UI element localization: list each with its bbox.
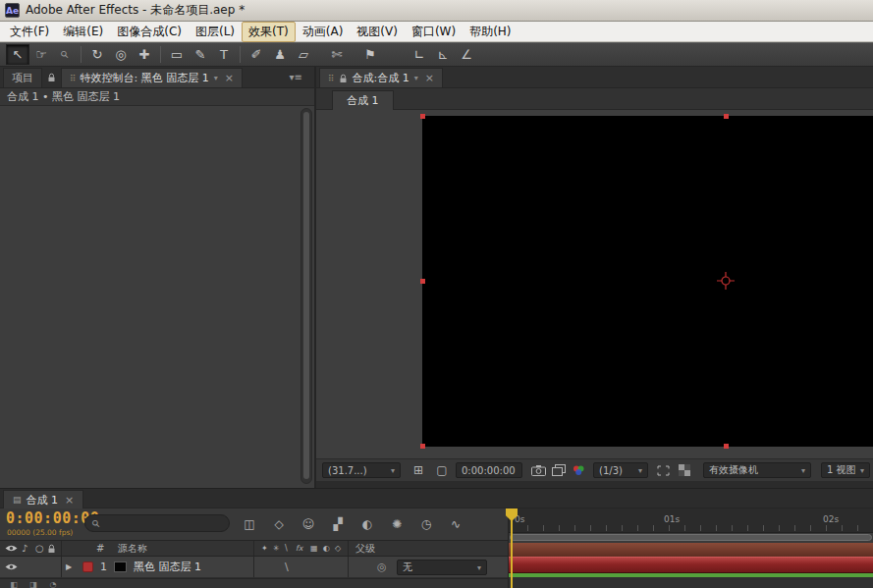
take-snapshot-button[interactable] (528, 462, 548, 478)
close-icon[interactable]: × (65, 494, 74, 507)
view-axis-mode-button[interactable]: ∠ (455, 44, 478, 65)
solid-color-thumb (114, 561, 127, 572)
expand-transfer-controls-button[interactable]: ◨ (26, 580, 41, 588)
layer-quality-toggle[interactable]: \ (285, 557, 289, 577)
type-tool[interactable]: T (212, 44, 236, 65)
layer-duration-bar[interactable] (509, 557, 873, 573)
titlebar[interactable]: Ae Adobe After Effects - 未命名项目.aep * (0, 0, 873, 22)
tab-effect-controls[interactable]: ⠿ 特效控制台: 黑色 固态层 1 ▾ × (61, 68, 243, 87)
hide-shy-layers-button[interactable]: ☺ (298, 515, 319, 533)
show-channels-button[interactable] (570, 462, 587, 478)
menu-layer[interactable]: 图层(L) (189, 22, 242, 42)
magnification-dropdown[interactable]: (31.7...) ▾ (322, 462, 401, 478)
menu-help[interactable]: 帮助(H) (463, 22, 518, 42)
menu-window[interactable]: 窗口(W) (405, 22, 463, 42)
composition-canvas[interactable] (422, 116, 873, 447)
hand-tool[interactable]: ☞ (29, 44, 53, 65)
effect-controls-breadcrumb: 合成 1 • 黑色 固态层 1 (0, 88, 314, 106)
viewer-timecode-field[interactable]: 0:00:00:00 (456, 462, 522, 478)
comp-handle-middle-left[interactable] (420, 279, 425, 284)
timeline-column-headers: ♪ ○ # 源名称 ✦ ✳ \ fx ▦ ◐ ◇ 父级 (0, 540, 508, 557)
draft-3d-icon: ◇ (274, 517, 283, 531)
comp-handle-bottom-left[interactable] (420, 444, 425, 449)
chevron-down-icon: ▾ (391, 466, 395, 475)
show-snapshot-button[interactable] (550, 462, 568, 478)
comp-handle-top-center[interactable] (724, 114, 729, 119)
chevron-down-icon: ▾ (860, 466, 864, 475)
auto-keyframe-button[interactable]: ◷ (415, 515, 437, 533)
time-ruler[interactable]: 0s 01s 02s (509, 508, 873, 533)
close-icon[interactable]: × (425, 72, 434, 84)
app-icon: Ae (5, 3, 20, 18)
expand-in-out-button[interactable]: ◔ (45, 580, 61, 588)
lock-icon[interactable] (339, 74, 348, 83)
selection-tool[interactable]: ↖ (6, 44, 29, 65)
pan-behind-tool[interactable]: ✚ (133, 44, 156, 65)
anchor-point-crosshair[interactable] (715, 270, 737, 292)
mask-rectangle-tool[interactable]: ▭ (165, 44, 189, 65)
expand-layer-switches-button[interactable]: ◧ (6, 580, 22, 588)
layer-label-color[interactable] (82, 557, 93, 577)
mask-visibility-button[interactable]: ▢ (432, 462, 452, 478)
timeline-tab[interactable]: ▤ 合成 1 × (3, 490, 83, 508)
close-icon[interactable]: × (225, 72, 234, 84)
transparency-grid-button[interactable] (676, 462, 693, 478)
tab-project[interactable]: 项目 (3, 68, 42, 87)
world-axis-icon: ⊾ (438, 47, 449, 62)
frame-blending-button[interactable]: ▞ (327, 515, 349, 533)
world-axis-mode-button[interactable]: ⊾ (431, 44, 455, 65)
tab-composition[interactable]: ⠿ 合成:合成 1 ▾ × (319, 68, 443, 87)
puppet-pin-tool[interactable]: ⚑ (358, 44, 382, 65)
parent-dropdown[interactable]: 无 ▾ (397, 560, 487, 575)
resolution-dropdown[interactable]: (1/3) ▾ (593, 462, 648, 478)
comp-handle-bottom-center[interactable] (724, 444, 729, 449)
vertical-scrollbar[interactable] (300, 108, 312, 484)
pen-tool[interactable]: ✎ (189, 44, 212, 65)
menu-file[interactable]: 文件(F) (3, 22, 56, 42)
composition-viewer[interactable] (316, 110, 873, 458)
chevron-down-icon[interactable]: ▾ (414, 74, 418, 82)
brainstorm-button[interactable]: ✺ (386, 515, 408, 533)
layer-row[interactable]: ▶ 1 黑色 固态层 1 \ ◎ 无 ▾ (0, 557, 508, 578)
menu-animation[interactable]: 动画(A) (296, 22, 351, 42)
chevron-down-icon: ▾ (638, 466, 642, 475)
layer-visibility-toggle[interactable] (5, 557, 18, 577)
time-navigator-bar[interactable] (510, 534, 872, 541)
rotation-tool[interactable]: ↻ (85, 44, 109, 65)
draft-3d-button[interactable]: ◇ (268, 515, 290, 533)
local-axis-mode-button[interactable]: ∟ (408, 44, 431, 65)
motion-blur-button[interactable]: ◐ (356, 515, 378, 533)
menu-effect[interactable]: 效果(T) (242, 22, 296, 42)
scrollbar-thumb[interactable] (303, 112, 309, 479)
active-camera-dropdown[interactable]: 有效摄像机 ▾ (703, 462, 811, 478)
menu-edit[interactable]: 编辑(E) (56, 22, 110, 42)
eraser-tool[interactable]: ▱ (292, 44, 315, 65)
brush-tool[interactable]: ✐ (245, 44, 268, 65)
view-layout-dropdown[interactable]: 1 视图 ▾ (821, 462, 870, 478)
graph-editor-button[interactable]: ∿ (445, 515, 466, 533)
clone-stamp-tool[interactable]: ♟ (268, 44, 292, 65)
eye-icon (5, 544, 18, 553)
switch-header-icon: ◇ (335, 541, 341, 556)
effect-controls-tab-label: 特效控制台: 黑色 固态层 1 (81, 71, 209, 85)
roto-brush-tool[interactable]: ✄ (325, 44, 349, 65)
comp-mini-flowchart-button[interactable]: ◫ (239, 515, 260, 533)
zoom-tool[interactable]: ⚲ (53, 44, 77, 65)
comp-handle-top-left[interactable] (420, 114, 425, 119)
unified-camera-tool[interactable]: ◎ (109, 44, 133, 65)
layer-expander[interactable]: ▶ (66, 557, 72, 577)
panel-menu-icon[interactable]: ▾≡ (290, 72, 302, 82)
search-input[interactable]: ⚲ (84, 514, 230, 532)
menu-view[interactable]: 视图(V) (350, 22, 405, 42)
layer-name[interactable]: 黑色 固态层 1 (134, 557, 201, 577)
comp-viewer-tab[interactable]: 合成 1 (332, 90, 394, 110)
label-color-swatch[interactable] (82, 561, 93, 572)
region-of-interest-button[interactable] (654, 462, 672, 478)
parent-pick-whip-icon[interactable]: ◎ (377, 557, 387, 577)
lock-column-header (47, 541, 56, 556)
effect-controls-content[interactable] (0, 106, 314, 488)
chevron-down-icon[interactable]: ▾ (214, 74, 218, 82)
menu-composition[interactable]: 图像合成(C) (110, 22, 189, 42)
safe-frames-button[interactable]: ⊞ (409, 462, 428, 478)
lock-icon[interactable] (47, 73, 56, 82)
